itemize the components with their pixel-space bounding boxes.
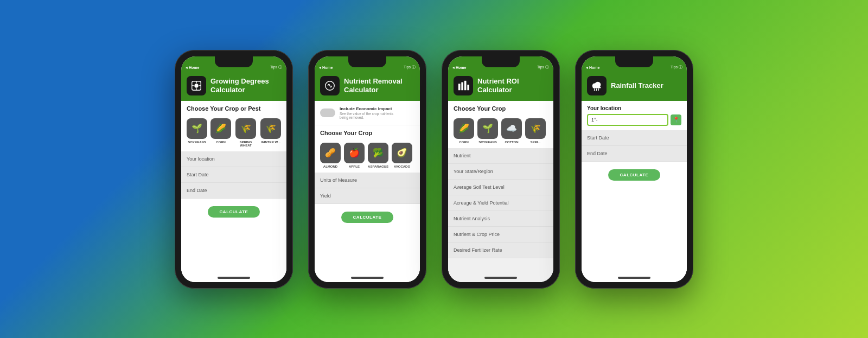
field-state-region[interactable]: Your State/Region <box>448 164 553 180</box>
status-back-4: ◂ Home <box>586 61 599 70</box>
app-content-3: Choose Your Crop 🌽 CORN 🌱 SOYBEANS ☁️ CO… <box>448 101 553 282</box>
field-nutrient[interactable]: Nutrient <box>448 148 553 164</box>
status-tips-4[interactable]: Tips ⓘ <box>671 60 682 70</box>
apple-icon: 🍎 <box>344 143 365 163</box>
crop-icons-row-2: 🥜 ALMOND 🍎 APPLE 🥦 ASPARAGUS 🥑 AVOCADO <box>315 139 420 173</box>
avocado-icon: 🥑 <box>392 143 412 163</box>
notch <box>215 56 253 67</box>
status-back-2: ◂ Home <box>319 61 333 70</box>
phone-bottom-bar-3 <box>484 277 517 279</box>
svg-point-1 <box>194 84 198 87</box>
svg-rect-9 <box>464 80 467 90</box>
corn-label: CORN <box>216 141 226 144</box>
field-soil-test[interactable]: Average Soil Test Level <box>448 180 553 195</box>
location-input[interactable] <box>587 114 668 126</box>
apple-label: APPLE <box>349 165 360 168</box>
field-start-date-1[interactable]: Start Date <box>181 167 286 183</box>
scene: ◂ Home Tips ⓘ Growing Degrees Calculator <box>164 39 704 299</box>
spring-wheat-label: SPRING WHEAT <box>234 141 257 147</box>
field-end-date-4[interactable]: End Date <box>582 146 687 162</box>
field-nutrient-crop-price[interactable]: Nutrient & Crop Price <box>448 227 553 243</box>
crop-item-cotton[interactable]: ☁️ COTTON <box>501 118 522 144</box>
app-content-4: Your location 📍 Start Date End Date CALC… <box>582 101 687 282</box>
asparagus-label: ASPARAGUS <box>368 165 388 168</box>
app-content-2: Include Economic Impact See the value of… <box>315 101 420 282</box>
crop-item-corn[interactable]: 🌽 CORN <box>210 118 231 147</box>
crop-item-avocado[interactable]: 🥑 AVOCADO <box>392 143 412 168</box>
status-back-3: ◂ Home <box>452 61 466 70</box>
cotton-icon: ☁️ <box>501 118 522 139</box>
app-title-3: Nutrient ROI Calculator <box>477 77 519 94</box>
status-tips-3[interactable]: Tips ⓘ <box>537 60 549 70</box>
crop-item-soybeans[interactable]: 🌱 SOYBEANS <box>187 118 207 147</box>
phone-nutrient-roi: ◂ Home Tips ⓘ Nutrient ROI Calculator Ch… <box>442 50 560 289</box>
svg-line-16 <box>598 88 599 91</box>
toggle-area: Include Economic Impact See the value of… <box>315 101 420 125</box>
calculate-button-2[interactable]: CALCULATE <box>341 212 394 223</box>
spring-roi-icon: 🌾 <box>525 118 546 139</box>
app-header-1: Growing Degrees Calculator <box>181 72 286 101</box>
calculate-button-4[interactable]: CALCULATE <box>608 169 661 181</box>
location-pin-icon[interactable]: 📍 <box>671 114 681 125</box>
field-units[interactable]: Units of Measure <box>315 173 420 188</box>
crop-item-almond[interactable]: 🥜 ALMOND <box>320 143 341 168</box>
section-title-2: Choose Your Crop <box>315 125 420 139</box>
app-header-3: Nutrient ROI Calculator <box>448 72 553 101</box>
crop-item-corn-roi[interactable]: 🌽 CORN <box>454 118 474 144</box>
app-header-4: Rainfall Tracker <box>582 72 687 101</box>
calculate-button-1[interactable]: CALCULATE <box>208 206 260 218</box>
svg-rect-7 <box>458 84 461 90</box>
nutrient-roi-icon <box>454 76 473 95</box>
field-acreage-yield[interactable]: Acreage & Yield Potential <box>448 195 553 211</box>
phone-bottom-bar-2 <box>351 277 384 279</box>
phone-nutrient-removal: ◂ Home Tips ⓘ Nutrient Removal Calculato… <box>308 50 426 289</box>
status-tips-2[interactable]: Tips ⓘ <box>404 60 416 70</box>
crop-item-soybeans-roi[interactable]: 🌱 SOYBEANS <box>477 118 498 144</box>
app-title-1: Growing Degrees Calculator <box>210 77 269 94</box>
location-label: Your location <box>587 105 681 111</box>
field-start-date-4[interactable]: Start Date <box>582 130 687 146</box>
crop-item-spring-roi[interactable]: 🌾 SPRI... <box>525 118 546 144</box>
avocado-label: AVOCADO <box>394 165 410 168</box>
svg-rect-10 <box>467 85 469 90</box>
calculate-area-4: CALCULATE <box>582 162 687 282</box>
soybeans-roi-icon: 🌱 <box>477 118 498 139</box>
field-end-date-1[interactable]: End Date <box>181 183 286 199</box>
winter-wheat-icon: 🌾 <box>260 118 281 139</box>
field-nutrient-analysis[interactable]: Nutrient Analysis <box>448 211 553 227</box>
spring-wheat-icon: 🌾 <box>235 118 256 139</box>
location-section: Your location 📍 <box>582 101 687 130</box>
phone-rainfall-tracker: ◂ Home Tips ⓘ Rainfall Tracker <box>575 50 693 289</box>
svg-rect-8 <box>461 82 463 90</box>
soybeans-icon: 🌱 <box>187 118 207 139</box>
phone-growing-degrees: ◂ Home Tips ⓘ Growing Degrees Calculator <box>175 50 293 289</box>
field-location-1[interactable]: Your location <box>181 151 286 167</box>
almond-icon: 🥜 <box>320 143 341 163</box>
corn-roi-icon: 🌽 <box>454 118 474 139</box>
crop-item-winter-wheat[interactable]: 🌾 WINTER W... <box>260 118 281 147</box>
soybeans-roi-label: SOYBEANS <box>478 141 497 144</box>
calculate-area-1: CALCULATE <box>181 199 286 282</box>
toggle-sublabel: See the value of the crop nutrientsbeing… <box>340 112 393 119</box>
crop-item-asparagus[interactable]: 🥦 ASPARAGUS <box>368 143 388 168</box>
svg-line-15 <box>596 88 597 91</box>
field-yield[interactable]: Yield <box>315 188 420 204</box>
almond-label: ALMOND <box>323 165 337 168</box>
svg-rect-13 <box>593 86 601 88</box>
economic-impact-toggle[interactable] <box>320 109 335 117</box>
corn-icon: 🌽 <box>210 118 231 139</box>
status-time-1: ◂ Home <box>186 61 199 70</box>
crop-item-spring-wheat[interactable]: 🌾 SPRING WHEAT <box>234 118 257 147</box>
status-tips-1[interactable]: Tips ⓘ <box>270 60 282 70</box>
notch-2 <box>348 56 386 67</box>
crop-icons-row-1: 🌱 SOYBEANS 🌽 CORN 🌾 SPRING WHEAT 🌾 WINTE… <box>181 115 286 151</box>
crop-item-apple[interactable]: 🍎 APPLE <box>344 143 365 168</box>
nutrient-removal-icon <box>320 76 340 95</box>
app-header-2: Nutrient Removal Calculator <box>315 72 420 101</box>
growing-degrees-icon <box>187 76 206 95</box>
app-title-4: Rainfall Tracker <box>611 81 663 90</box>
phone-bottom-bar-1 <box>218 277 250 279</box>
field-fertilizer-rate[interactable]: Desired Fertilizer Rate <box>448 243 553 258</box>
toggle-text-block: Include Economic Impact See the value of… <box>340 106 393 119</box>
app-content-1: Choose Your Crop or Pest 🌱 SOYBEANS 🌽 CO… <box>181 101 286 282</box>
